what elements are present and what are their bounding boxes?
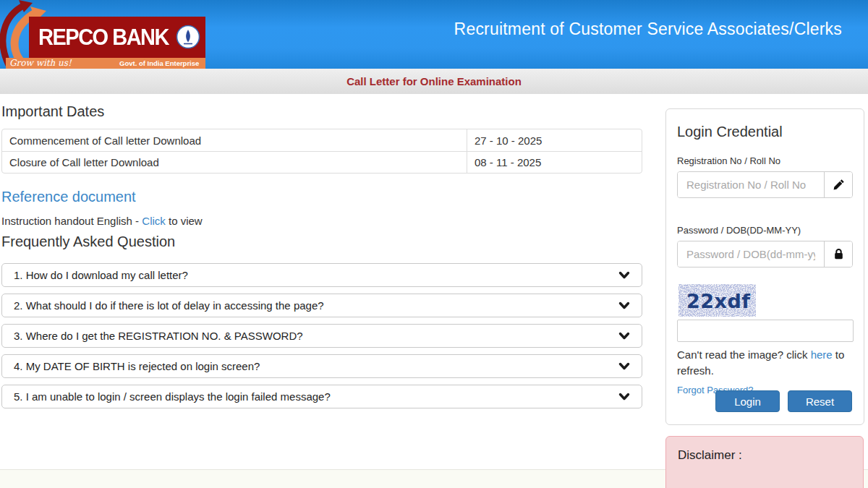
login-button[interactable]: Login: [715, 390, 780, 412]
login-heading: Login Credential: [677, 124, 853, 140]
bank-emblem-icon: [176, 25, 200, 49]
faq-item-2[interactable]: 2. What should I do if there is lot of d…: [1, 294, 642, 317]
chevron-down-icon[interactable]: [618, 391, 630, 403]
faq-question: 3. Where do I get the REGISTRATION NO. &…: [14, 330, 618, 342]
instruction-click-link[interactable]: Click: [142, 215, 166, 227]
password-label: Password / DOB(DD-MM-YY): [677, 225, 853, 236]
pencil-icon[interactable]: [824, 172, 852, 197]
important-dates-table: Commencement of Call letter Download 27 …: [1, 129, 642, 174]
captcha-input[interactable]: [677, 320, 854, 342]
captcha-refresh-line: Can't read the image? click here to refr…: [677, 347, 852, 379]
faq-item-3[interactable]: 3. Where do I get the REGISTRATION NO. &…: [1, 324, 642, 348]
captcha-text: 22xdf: [686, 290, 751, 312]
chevron-down-icon[interactable]: [618, 361, 630, 372]
login-credential-panel: Login Credential Registration No / Roll …: [665, 108, 864, 425]
chevron-down-icon[interactable]: [618, 300, 630, 312]
bank-name: REPCO BANK: [38, 25, 169, 51]
instruction-prefix: Instruction handout English -: [1, 215, 142, 227]
disclaimer-box: Disclaimer :: [665, 436, 864, 488]
table-row: Commencement of Call letter Download 27 …: [2, 129, 642, 151]
date-value: 08 - 11 - 2025: [467, 151, 642, 173]
logo-subtitle: Govt. of India Enterprise: [119, 59, 199, 68]
logo-orange-strip: Grow with us! Govt. of India Enterprise: [6, 58, 205, 69]
lock-icon: [824, 241, 852, 267]
title-bar-text: Call Letter for Online Examination: [346, 75, 522, 87]
login-buttons-row: Login Reset: [715, 390, 852, 412]
faq-question: 5. I am unable to login / screen display…: [14, 390, 618, 403]
faq-item-4[interactable]: 4. My DATE OF BIRTH is rejected on login…: [1, 354, 642, 378]
disclaimer-heading: Disclaimer :: [678, 448, 742, 462]
date-label: Closure of Call letter Download: [2, 151, 467, 173]
chevron-down-icon[interactable]: [618, 330, 630, 342]
logo-red-box: REPCO BANK: [29, 17, 205, 58]
repco-bank-logo: REPCO BANK Grow with us! Govt. of India …: [0, 0, 205, 69]
password-input[interactable]: [678, 241, 824, 267]
password-input-group: [677, 241, 853, 267]
registration-input-group: [677, 171, 853, 198]
registration-input[interactable]: [678, 172, 824, 197]
refresh-captcha-link[interactable]: here: [811, 348, 833, 361]
call-letter-page: REPCO BANK Grow with us! Govt. of India …: [0, 0, 868, 488]
logo-tagline: Grow with us!: [9, 58, 72, 69]
date-value: 27 - 10 - 2025: [467, 129, 642, 151]
faq-heading: Frequently Asked Question: [1, 234, 175, 250]
faq-question: 1. How do I download my call letter?: [14, 269, 618, 281]
captcha-image: 22xdf: [678, 284, 756, 317]
reference-document-heading: Reference document: [1, 189, 136, 205]
page-title: Recruitment of Customer Service Associat…: [454, 20, 842, 39]
important-dates-heading: Important Dates: [1, 103, 104, 120]
chevron-down-icon[interactable]: [618, 270, 630, 281]
table-row: Closure of Call letter Download 08 - 11 …: [2, 151, 642, 173]
faq-question: 4. My DATE OF BIRTH is rejected on login…: [14, 360, 618, 372]
cant-read-prefix: Can't read the image? click: [677, 348, 811, 361]
page-header: REPCO BANK Grow with us! Govt. of India …: [0, 0, 868, 69]
reset-button[interactable]: Reset: [788, 390, 852, 412]
title-bar: Call Letter for Online Examination: [0, 69, 868, 94]
instruction-suffix: to view: [166, 215, 203, 227]
faq-question: 2. What should I do if there is lot of d…: [14, 299, 618, 312]
registration-label: Registration No / Roll No: [677, 155, 853, 166]
faq-item-1[interactable]: 1. How do I download my call letter?: [1, 263, 642, 287]
faq-item-5[interactable]: 5. I am unable to login / screen display…: [1, 385, 642, 408]
date-label: Commencement of Call letter Download: [2, 129, 467, 151]
instruction-handout-line: Instruction handout English - Click to v…: [1, 215, 203, 227]
